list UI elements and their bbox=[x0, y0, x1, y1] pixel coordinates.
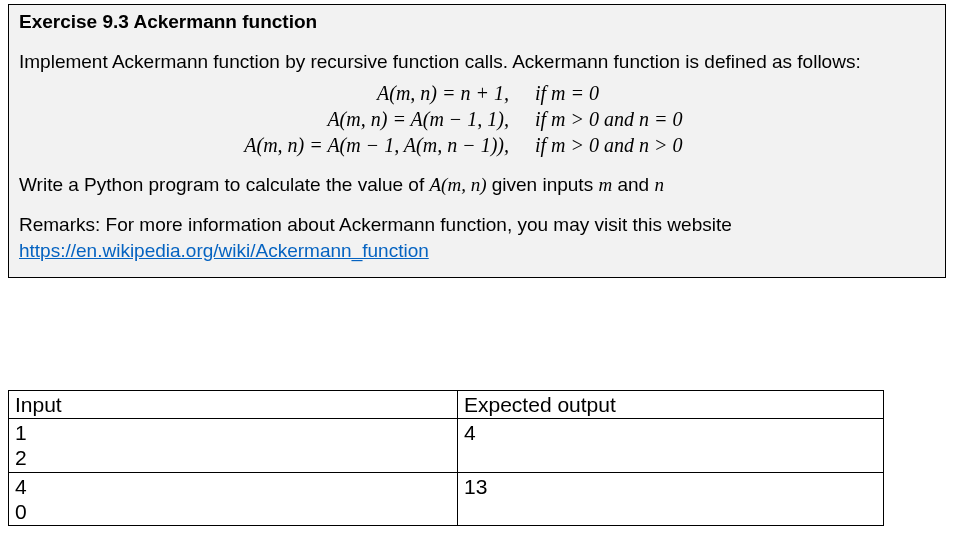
equation-row: A(m, n) = A(m − 1, A(m, n − 1)), if m > … bbox=[19, 132, 935, 158]
io-table: Input Expected output 1 2 4 4 0 13 bbox=[8, 390, 884, 526]
equation-lhs: A(m, n) = A(m − 1, A(m, n − 1)), bbox=[189, 132, 535, 158]
equation-lhs: A(m, n) = A(m − 1, 1), bbox=[189, 106, 535, 132]
task-text: and bbox=[617, 174, 654, 195]
exercise-box: Exercise 9.3 Ackermann function Implemen… bbox=[8, 4, 946, 278]
exercise-remarks: Remarks: For more information about Acke… bbox=[19, 212, 935, 263]
cell-output: 4 bbox=[458, 419, 884, 472]
exercise-task: Write a Python program to calculate the … bbox=[19, 172, 935, 198]
exercise-title: Exercise 9.3 Ackermann function bbox=[19, 9, 935, 35]
task-text: Write a Python program to calculate the … bbox=[19, 174, 429, 195]
equation-lhs: A(m, n) = n + 1, bbox=[189, 80, 535, 106]
header-input: Input bbox=[9, 391, 458, 419]
equation-row: A(m, n) = A(m − 1, 1), if m > 0 and n = … bbox=[19, 106, 935, 132]
task-var-n: n bbox=[654, 174, 664, 195]
task-var-m: m bbox=[598, 174, 612, 195]
exercise-intro: Implement Ackermann function by recursiv… bbox=[19, 49, 935, 75]
task-text: given inputs bbox=[492, 174, 599, 195]
cell-output: 13 bbox=[458, 472, 884, 525]
table-header-row: Input Expected output bbox=[9, 391, 884, 419]
equation-cond: if m > 0 and n = 0 bbox=[535, 106, 765, 132]
cell-input: 4 0 bbox=[9, 472, 458, 525]
equation-block: A(m, n) = n + 1, if m = 0 A(m, n) = A(m … bbox=[19, 80, 935, 158]
task-func: A(m, n) bbox=[429, 174, 486, 195]
table-row: 4 0 13 bbox=[9, 472, 884, 525]
cell-input: 1 2 bbox=[9, 419, 458, 472]
equation-cond: if m > 0 and n > 0 bbox=[535, 132, 765, 158]
remarks-text: Remarks: For more information about Acke… bbox=[19, 214, 732, 235]
equation-row: A(m, n) = n + 1, if m = 0 bbox=[19, 80, 935, 106]
header-output: Expected output bbox=[458, 391, 884, 419]
wikipedia-link[interactable]: https://en.wikipedia.org/wiki/Ackermann_… bbox=[19, 240, 429, 261]
table-row: 1 2 4 bbox=[9, 419, 884, 472]
equation-cond: if m = 0 bbox=[535, 80, 765, 106]
